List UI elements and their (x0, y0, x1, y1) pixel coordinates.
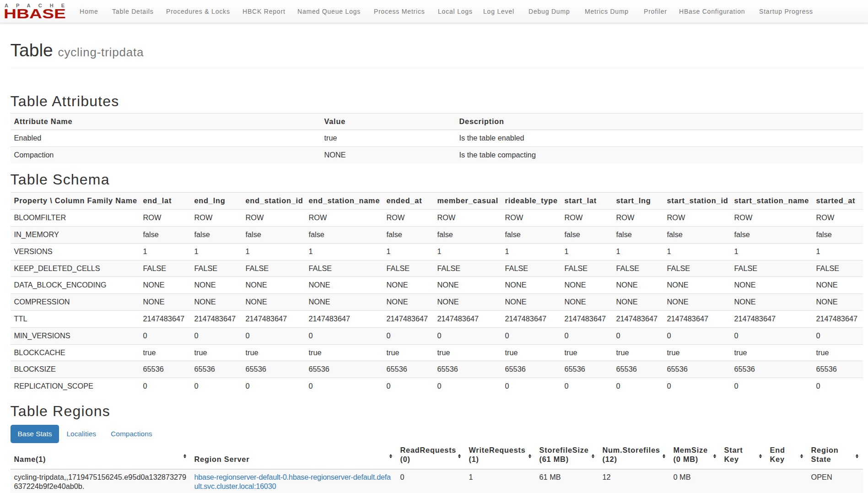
svg-text:HBASE: HBASE (4, 6, 66, 21)
